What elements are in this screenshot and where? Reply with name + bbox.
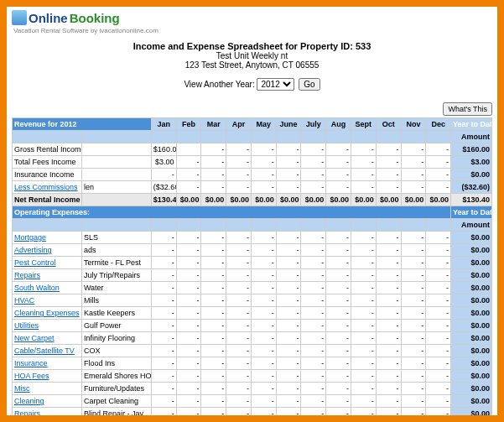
value-cell: - (326, 345, 351, 357)
value-cell: - (376, 156, 401, 169)
ytd-cell: ($32.60) (451, 181, 492, 194)
data-row: New CarpetInfinity Flooring------------$… (13, 332, 492, 345)
value-cell: - (351, 320, 376, 332)
value-cell: - (176, 181, 201, 194)
year-selector-row: View Another Year: 2012 Go (12, 78, 492, 91)
value-cell: - (401, 320, 426, 332)
net-rental-row: Net Rental Income$130.40$0.00$0.00$0.00$… (13, 194, 492, 206)
sub-cell: len (81, 181, 151, 194)
value-cell: - (401, 395, 426, 408)
category-link[interactable]: Advertising (13, 244, 82, 257)
whats-this-button[interactable]: What's This (443, 102, 492, 116)
category-cell: Gross Rental Income (13, 143, 82, 156)
ytd-cell: $160.00 (451, 143, 492, 156)
blank (301, 131, 326, 143)
value-cell: - (276, 320, 301, 332)
value-cell: - (426, 383, 451, 395)
value-cell: - (301, 156, 326, 169)
value-cell: - (301, 232, 326, 244)
category-link[interactable]: Cleaning Expenses (13, 307, 82, 320)
data-row: RepairsBlind Repair - Jay------------$0.… (13, 408, 492, 420)
value-cell: - (276, 332, 301, 345)
category-link[interactable]: South Walton (13, 282, 82, 294)
value-cell: - (251, 244, 276, 257)
year-label: View Another Year: (184, 80, 254, 89)
value-cell: - (351, 244, 376, 257)
year-select[interactable]: 2012 (257, 78, 294, 91)
blank (13, 131, 82, 143)
value-cell: - (151, 332, 176, 345)
value-cell: $0.00 (376, 194, 401, 206)
value-cell: - (176, 357, 201, 370)
ytd-cell: $0.00 (451, 244, 492, 257)
category-link[interactable]: HVAC (13, 294, 82, 307)
value-cell: - (401, 357, 426, 370)
value-cell: - (176, 320, 201, 332)
value-cell: - (151, 169, 176, 181)
value-cell: - (376, 257, 401, 269)
category-link[interactable]: New Carpet (13, 332, 82, 345)
value-cell: - (351, 395, 376, 408)
blank (251, 131, 276, 143)
blank (151, 219, 176, 232)
category-link[interactable]: HOA Fees (13, 370, 82, 383)
value-cell: - (251, 269, 276, 282)
amount-row: Amount (13, 131, 492, 143)
value-cell: - (426, 294, 451, 307)
value-cell: - (426, 232, 451, 244)
ytd-cell: $130.40 (451, 194, 492, 206)
data-row: MiscFurniture/Updates------------$0.00 (13, 383, 492, 395)
category-cell[interactable]: Less Commissions (13, 181, 82, 194)
value-cell: - (226, 357, 252, 370)
value-cell: - (426, 156, 451, 169)
value-cell: - (301, 282, 326, 294)
month-header: June (276, 118, 301, 131)
value-cell: - (176, 244, 201, 257)
value-cell: - (426, 307, 451, 320)
value-cell: - (251, 408, 276, 420)
value-cell: - (251, 307, 276, 320)
category-link[interactable]: Cable/Satellite TV (13, 345, 82, 357)
value-cell: - (176, 345, 201, 357)
blank (276, 131, 301, 143)
data-row: Cable/Satellite TVCOX------------$0.00 (13, 345, 492, 357)
category-cell: Net Rental Income (13, 194, 82, 206)
ytd-cell: $0.00 (451, 370, 492, 383)
value-cell: - (201, 307, 226, 320)
category-link[interactable]: Mortgage (13, 232, 82, 244)
category-link[interactable]: Cleaning (13, 395, 82, 408)
category-link[interactable]: Pest Control (13, 257, 82, 269)
ytd-cell: $0.00 (451, 357, 492, 370)
value-cell: $0.00 (326, 194, 351, 206)
data-row: InsuranceFlood Ins------------$0.00 (13, 357, 492, 370)
value-cell: - (426, 169, 451, 181)
page-title: Income and Expense Spreadsheet for Prope… (12, 41, 492, 51)
month-header: Feb (176, 118, 201, 131)
value-cell: - (176, 257, 201, 269)
value-cell: $0.00 (226, 194, 252, 206)
data-row: CleaningCarpet Cleaning------------$0.00 (13, 395, 492, 408)
value-cell: - (201, 294, 226, 307)
value-cell: - (251, 345, 276, 357)
value-cell: - (226, 156, 252, 169)
category-link[interactable]: Misc (13, 383, 82, 395)
value-cell: - (301, 169, 326, 181)
blank (226, 219, 252, 232)
data-row: HOA FeesEmerald Shores HOA------------$0… (13, 370, 492, 383)
category-link[interactable]: Repairs (13, 269, 82, 282)
blank (376, 219, 401, 232)
blank (13, 219, 82, 232)
value-cell: - (326, 232, 351, 244)
value-cell: - (301, 307, 326, 320)
category-link[interactable]: Repairs (13, 408, 82, 420)
value-cell: - (251, 357, 276, 370)
category-link[interactable]: Utilities (13, 320, 82, 332)
value-cell: - (351, 169, 376, 181)
value-cell: - (351, 282, 376, 294)
value-cell: - (201, 244, 226, 257)
value-cell: - (426, 370, 451, 383)
value-cell: - (276, 395, 301, 408)
go-button[interactable]: Go (299, 78, 320, 91)
category-link[interactable]: Insurance (13, 357, 82, 370)
value-cell: - (426, 357, 451, 370)
